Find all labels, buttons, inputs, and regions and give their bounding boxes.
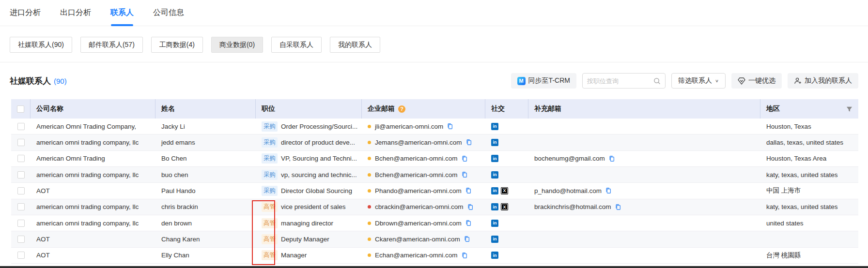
linkedin-icon[interactable]: in [491, 139, 498, 146]
tab-import-analysis[interactable]: 进口分析 [10, 0, 41, 26]
email-text[interactable]: Jemans@american-omni.com [375, 139, 462, 146]
email-status-dot [368, 173, 371, 177]
region-filter-funnel-icon[interactable] [846, 106, 852, 112]
extra-email-cell [528, 119, 760, 134]
linkedin-icon[interactable]: in [491, 187, 498, 194]
linkedin-icon[interactable]: in [491, 220, 498, 227]
row-checkbox[interactable] [17, 171, 25, 179]
social-cell: in [485, 215, 528, 231]
select-all-checkbox[interactable] [17, 105, 24, 113]
region-cell: Houston, Texas [760, 119, 858, 134]
position-text: director of product deve... [281, 139, 355, 146]
copy-icon[interactable] [465, 220, 472, 226]
copy-icon[interactable] [447, 123, 453, 130]
copy-icon[interactable] [605, 187, 612, 194]
email-status-dot [368, 157, 371, 160]
filter-contacts-dropdown[interactable]: 筛选联系人 ∨ [671, 73, 726, 89]
contact-name-cell: chris brackin [155, 199, 256, 215]
filter-commercial-data[interactable]: 商业数据(0) [211, 37, 263, 53]
x-icon[interactable]: X [501, 203, 508, 210]
tab-contacts[interactable]: 联系人 [110, 0, 134, 26]
copy-icon[interactable] [465, 187, 472, 194]
row-checkbox[interactable] [17, 203, 25, 210]
add-to-my-contacts-button[interactable]: 加入我的联系人 [788, 73, 858, 89]
filter-my-contacts[interactable]: 我的联系人 [330, 37, 380, 53]
company-name-cell: american omni trading company, llc [31, 167, 155, 182]
chevron-down-icon: ∨ [715, 78, 719, 83]
email-status-dot [368, 253, 371, 257]
search-icon[interactable] [653, 77, 661, 85]
email-text[interactable]: Ckaren@american-omni.com [375, 236, 460, 243]
header-company: 公司名称 [31, 99, 155, 119]
copy-icon[interactable] [461, 252, 468, 259]
copy-icon[interactable] [615, 204, 621, 210]
copy-icon[interactable] [465, 139, 472, 146]
extra-email-text[interactable]: p_hando@hotmail.com [534, 187, 602, 194]
filter-self-collected[interactable]: 自采联系人 [271, 37, 322, 53]
copy-icon[interactable] [467, 204, 474, 210]
company-name-cell: american omni trading company, llc [31, 134, 155, 150]
copy-icon[interactable] [608, 155, 615, 162]
position-cell: 采购director of product deve... [256, 134, 362, 150]
tab-company-info[interactable]: 公司信息 [153, 0, 184, 26]
position-text: vice president of sales [281, 203, 346, 210]
email-text[interactable]: Bchen@american-omni.com [375, 171, 458, 179]
table-row: american omni trading company, llcden br… [11, 215, 858, 231]
company-email-cell: Bchen@american-omni.com [362, 151, 485, 166]
email-status-dot [368, 205, 371, 208]
x-icon[interactable]: X [501, 187, 508, 194]
bottom-scrollbar[interactable] [0, 266, 868, 268]
copy-icon[interactable] [464, 236, 470, 242]
company-name-cell: american omni trading company, llc [31, 215, 155, 231]
row-checkbox[interactable] [17, 187, 25, 194]
position-cell: 高管Deputy Manager [256, 231, 362, 247]
filter-social-contacts[interactable]: 社媒联系人(90) [10, 37, 72, 53]
linkedin-icon[interactable]: in [491, 203, 498, 210]
email-status-dot [368, 222, 371, 225]
email-text[interactable]: Dbrown@american-omni.com [375, 220, 462, 227]
email-text[interactable]: jli@american-omni.com [375, 123, 443, 130]
linkedin-icon[interactable]: in [491, 236, 498, 243]
row-checkbox[interactable] [17, 252, 25, 259]
role-tag: 采购 [262, 137, 278, 148]
header-extra-email: 补充邮箱 [528, 99, 760, 119]
contact-name-cell: den brown [155, 215, 256, 231]
linkedin-icon[interactable]: in [491, 171, 498, 179]
table-body: American Omni Trading Company,Jacky Li采购… [11, 119, 858, 264]
row-checkbox[interactable] [17, 123, 25, 130]
copy-icon[interactable] [461, 171, 468, 178]
one-click-select-label: 一键优选 [748, 76, 775, 85]
row-checkbox[interactable] [17, 155, 25, 162]
position-cell: 高管managing director [256, 215, 362, 231]
company-name-cell: AOT [31, 248, 155, 263]
position-search-input[interactable] [587, 77, 651, 85]
email-text[interactable]: Phando@american-omni.com [375, 187, 462, 194]
row-checkbox[interactable] [17, 220, 25, 227]
email-status-dot [368, 238, 371, 241]
company-email-cell: Dbrown@american-omni.com [362, 215, 485, 231]
linkedin-icon[interactable]: in [491, 252, 498, 259]
extra-email-cell: brackinchris@hotmail.com [528, 199, 760, 215]
social-cell: inX [485, 199, 528, 215]
table-row: american omni trading company, llcchris … [11, 199, 858, 215]
linkedin-icon[interactable]: in [491, 155, 498, 162]
copy-icon[interactable] [461, 155, 468, 162]
email-text[interactable]: Echan@american-omni.com [375, 252, 458, 259]
row-checkbox[interactable] [17, 236, 25, 243]
contact-name-cell: Chang Karen [155, 231, 256, 247]
role-tag: 高管 [262, 218, 278, 228]
company-email-cell: Phando@american-omni.com [362, 183, 485, 198]
row-checkbox[interactable] [17, 139, 25, 146]
tab-export-analysis[interactable]: 出口分析 [60, 0, 91, 26]
contact-name-cell: Bo Chen [155, 151, 256, 166]
email-help-icon[interactable]: ? [398, 105, 405, 113]
filter-business-registry[interactable]: 工商数据(4) [151, 37, 203, 53]
sync-to-tcrm-button[interactable]: M 同步至T-CRM [511, 73, 576, 89]
extra-email-text[interactable]: bochenumg@gmail.com [534, 155, 605, 162]
extra-email-text[interactable]: brackinchris@hotmail.com [534, 203, 611, 210]
email-text[interactable]: cbrackin@american-omni.com [375, 203, 464, 210]
one-click-select-button[interactable]: 一键优选 [731, 73, 782, 89]
email-text[interactable]: Bchen@american-omni.com [375, 155, 458, 162]
filter-email-contacts[interactable]: 邮件联系人(57) [80, 37, 143, 53]
linkedin-icon[interactable]: in [491, 123, 498, 130]
